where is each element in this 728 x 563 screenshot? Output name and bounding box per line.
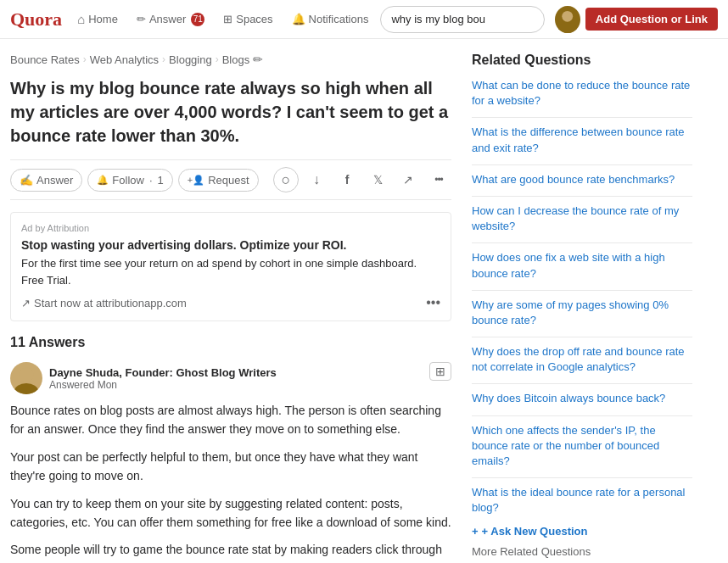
nav-answer[interactable]: ✏ Answer 71: [130, 9, 211, 30]
answer-text: Bounce rates on blog posts are almost al…: [10, 401, 451, 563]
answer-badge: 71: [191, 13, 204, 26]
ask-new-question[interactable]: + + Ask New Question: [472, 525, 692, 538]
answer-icon: ✍: [20, 174, 33, 187]
related-q-3[interactable]: What are good bounce rate benchmarks?: [472, 172, 692, 187]
facebook-share-btn[interactable]: f: [334, 167, 360, 192]
add-question-button[interactable]: Add Question or Link: [585, 8, 718, 31]
more-options-btn[interactable]: •••: [426, 167, 451, 192]
bell-icon: 🔔: [292, 13, 305, 25]
related-q-4[interactable]: How can I decrease the bounce rate of my…: [472, 203, 692, 234]
user-avatar[interactable]: [555, 6, 580, 33]
related-q-8[interactable]: Why does Bitcoin always bounce back?: [472, 391, 692, 406]
content-area: Bounce Rates › Web Analytics › Blogging …: [10, 53, 451, 563]
breadcrumb-blogging[interactable]: Blogging: [169, 53, 212, 66]
answer-date: Answered Mon: [49, 379, 277, 391]
follow-bell-icon: 🔔: [97, 175, 109, 186]
nav-home-label: Home: [88, 13, 118, 25]
nav-notifications-label: Notifications: [309, 13, 369, 25]
spaces-icon: ⊞: [223, 13, 232, 25]
comment-icon-btn[interactable]: ○: [273, 167, 299, 192]
follow-count-value: 1: [158, 174, 164, 187]
main-layout: Bounce Rates › Web Analytics › Blogging …: [0, 39, 728, 563]
related-q-9[interactable]: Which one affects the sender's IP, the b…: [472, 423, 692, 470]
answer-label: Answer: [36, 174, 73, 187]
related-questions-heading: Related Questions: [472, 53, 692, 68]
link-share-btn[interactable]: ↗: [395, 167, 421, 192]
ad-label: Ad by Attribution: [21, 223, 440, 233]
svg-point-2: [19, 367, 34, 382]
breadcrumb: Bounce Rates › Web Analytics › Blogging …: [10, 53, 451, 66]
author-name[interactable]: Dayne Shuda, Founder: Ghost Blog Writers: [49, 366, 277, 379]
external-link-icon: ↗: [21, 297, 31, 309]
nav-spaces-label: Spaces: [236, 13, 272, 25]
follow-label: Follow: [112, 174, 144, 187]
navbar: Quora ⌂ Home ✏ Answer 71 ⊞ Spaces 🔔 Noti…: [0, 0, 728, 39]
search-input[interactable]: [380, 6, 545, 33]
edit-breadcrumb-icon[interactable]: ✏: [253, 53, 263, 66]
answer-block: Dayne Shuda, Founder: Ghost Blog Writers…: [10, 362, 451, 563]
sidebar: Related Questions What can be done to re…: [472, 53, 692, 563]
home-icon: ⌂: [77, 12, 85, 26]
ad-link[interactable]: ↗ Start now at attributionapp.com: [21, 297, 187, 309]
ad-description: For the first time see your return on ad…: [21, 255, 440, 288]
author-info: Dayne Shuda, Founder: Ghost Blog Writers…: [49, 366, 277, 391]
breadcrumb-blogs[interactable]: Blogs: [222, 53, 250, 66]
action-bar: ✍ Answer 🔔 Follow · 1 +👤 Request ○ ↓ f 𝕏…: [10, 159, 451, 200]
breadcrumb-bounce-rates[interactable]: Bounce Rates: [10, 53, 80, 66]
follow-button[interactable]: 🔔 Follow · 1: [87, 169, 172, 192]
twitter-share-btn[interactable]: 𝕏: [365, 167, 390, 192]
ad-block: Ad by Attribution Stop wasting your adve…: [10, 212, 451, 321]
answer-action-icon[interactable]: ⊞: [429, 362, 451, 381]
breadcrumb-web-analytics[interactable]: Web Analytics: [90, 53, 159, 66]
related-q-5[interactable]: How does one fix a web site with a high …: [472, 250, 692, 281]
ask-new-label: + Ask New Question: [482, 525, 588, 538]
request-button[interactable]: +👤 Request: [178, 169, 259, 192]
answer-button[interactable]: ✍ Answer: [10, 169, 82, 192]
related-q-2[interactable]: What is the difference between bounce ra…: [472, 125, 692, 155]
answer-header: Dayne Shuda, Founder: Ghost Blog Writers…: [10, 362, 451, 394]
svg-point-0: [563, 10, 574, 21]
downvote-icon-btn[interactable]: ↓: [304, 167, 329, 192]
quora-logo[interactable]: Quora: [10, 8, 62, 31]
answer-para-1: Bounce rates on blog posts are almost al…: [10, 401, 451, 439]
ad-footer: ↗ Start now at attributionapp.com •••: [21, 295, 440, 310]
answer-para-3: You can try to keep them on your site by…: [10, 494, 451, 532]
request-icon: +👤: [188, 175, 204, 186]
nav-answer-label: Answer: [149, 13, 186, 25]
nav-home[interactable]: ⌂ Home: [70, 8, 125, 30]
ad-link-text: Start now at attributionapp.com: [34, 297, 187, 309]
ad-more-btn[interactable]: •••: [426, 295, 440, 310]
nav-spaces[interactable]: ⊞ Spaces: [216, 9, 279, 29]
related-q-1[interactable]: What can be done to reduce the bounce ra…: [472, 78, 692, 109]
svg-point-3: [14, 383, 38, 394]
author-avatar: [10, 362, 42, 394]
answer-para-4: Some people will try to game the bounce …: [10, 540, 451, 563]
plus-icon: +: [472, 525, 479, 538]
request-label: Request: [208, 174, 249, 187]
answers-heading: 11 Answers: [10, 335, 451, 350]
related-q-10[interactable]: What is the ideal bounce rate for a pers…: [472, 485, 692, 516]
more-related-questions[interactable]: More Related Questions: [472, 545, 591, 558]
answer-para-2: Your post can be perfectly helpful to th…: [10, 448, 451, 486]
answer-author: Dayne Shuda, Founder: Ghost Blog Writers…: [10, 362, 277, 394]
pencil-icon: ✏: [137, 13, 146, 25]
related-q-7[interactable]: Why does the drop off rate and bounce ra…: [472, 344, 692, 375]
question-title: Why is my blog bounce rate always so hig…: [10, 76, 451, 148]
nav-notifications[interactable]: 🔔 Notifications: [285, 9, 376, 29]
ad-title: Stop wasting your advertising dollars. O…: [21, 238, 440, 252]
related-q-6[interactable]: Why are some of my pages showing 0% boun…: [472, 298, 692, 328]
follow-count: ·: [149, 174, 153, 187]
svg-point-1: [558, 22, 577, 32]
